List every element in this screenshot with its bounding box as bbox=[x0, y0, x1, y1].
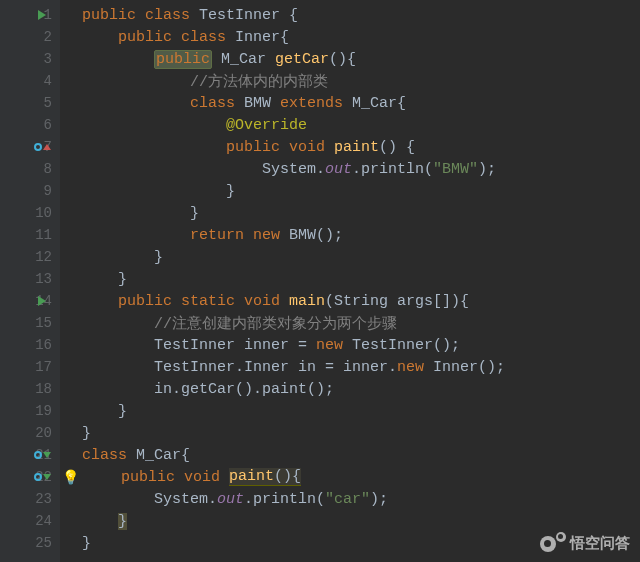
code-line[interactable]: System.out.println("car"); bbox=[64, 488, 640, 510]
code-line[interactable]: return new BMW(); bbox=[64, 224, 640, 246]
line-number: 9 bbox=[44, 183, 52, 199]
line-number: 12 bbox=[35, 249, 52, 265]
line-number: 24 bbox=[35, 513, 52, 529]
line-number: 8 bbox=[44, 161, 52, 177]
gutter-line: 25 bbox=[0, 532, 60, 554]
gutter-line: 13 bbox=[0, 268, 60, 290]
code-line[interactable]: //方法体内的内部类 bbox=[64, 70, 640, 92]
line-number: 6 bbox=[44, 117, 52, 133]
code-line[interactable]: } bbox=[64, 422, 640, 444]
gutter-line: 15 bbox=[0, 312, 60, 334]
code-line[interactable]: class M_Car{ bbox=[64, 444, 640, 466]
code-line[interactable]: class BMW extends M_Car{ bbox=[64, 92, 640, 114]
gutter-line: 3 bbox=[0, 48, 60, 70]
line-number: 23 bbox=[35, 491, 52, 507]
override-down-icon[interactable] bbox=[34, 451, 51, 459]
watermark: 悟空问答 bbox=[540, 532, 630, 554]
code-line[interactable]: } bbox=[64, 268, 640, 290]
run-icon[interactable] bbox=[38, 296, 46, 306]
code-line[interactable]: 💡 public void paint(){ bbox=[64, 466, 640, 488]
gutter-line: 21 bbox=[0, 444, 60, 466]
line-number: 15 bbox=[35, 315, 52, 331]
line-number: 13 bbox=[35, 271, 52, 287]
watermark-icon bbox=[540, 532, 566, 554]
line-number: 2 bbox=[44, 29, 52, 45]
gutter-line: 2 bbox=[0, 26, 60, 48]
code-line[interactable]: public void paint() { bbox=[64, 136, 640, 158]
gutter-line: 17 bbox=[0, 356, 60, 378]
gutter: 1234567891011121314151617181920212223242… bbox=[0, 0, 60, 562]
code-line[interactable]: } bbox=[64, 510, 640, 532]
gutter-line: 5 bbox=[0, 92, 60, 114]
line-number: 19 bbox=[35, 403, 52, 419]
line-number: 25 bbox=[35, 535, 52, 551]
line-number: 11 bbox=[35, 227, 52, 243]
line-number: 16 bbox=[35, 337, 52, 353]
line-number: 10 bbox=[35, 205, 52, 221]
line-number: 5 bbox=[44, 95, 52, 111]
line-number: 4 bbox=[44, 73, 52, 89]
line-number: 3 bbox=[44, 51, 52, 67]
line-number: 20 bbox=[35, 425, 52, 441]
gutter-line: 4 bbox=[0, 70, 60, 92]
intention-bulb-icon[interactable]: 💡 bbox=[62, 469, 79, 486]
gutter-line: 8 bbox=[0, 158, 60, 180]
code-line[interactable]: in.getCar().paint(); bbox=[64, 378, 640, 400]
gutter-line: 24 bbox=[0, 510, 60, 532]
gutter-line: 10 bbox=[0, 202, 60, 224]
gutter-line: 14 bbox=[0, 290, 60, 312]
line-number: 18 bbox=[35, 381, 52, 397]
gutter-line: 22 bbox=[0, 466, 60, 488]
code-line[interactable]: public static void main(String args[]){ bbox=[64, 290, 640, 312]
code-line[interactable]: } bbox=[64, 246, 640, 268]
code-line[interactable]: @Override bbox=[64, 114, 640, 136]
code-line[interactable]: } bbox=[64, 180, 640, 202]
code-line[interactable]: public M_Car getCar(){ bbox=[64, 48, 640, 70]
code-editor[interactable]: public class TestInner { public class In… bbox=[60, 0, 640, 562]
gutter-line: 6 bbox=[0, 114, 60, 136]
code-line[interactable]: System.out.println("BMW"); bbox=[64, 158, 640, 180]
gutter-line: 9 bbox=[0, 180, 60, 202]
gutter-line: 7 bbox=[0, 136, 60, 158]
gutter-line: 11 bbox=[0, 224, 60, 246]
override-down-icon[interactable] bbox=[34, 473, 51, 481]
code-line[interactable]: public class Inner{ bbox=[64, 26, 640, 48]
code-line[interactable]: TestInner inner = new TestInner(); bbox=[64, 334, 640, 356]
gutter-line: 12 bbox=[0, 246, 60, 268]
gutter-line: 18 bbox=[0, 378, 60, 400]
code-line[interactable]: } bbox=[64, 202, 640, 224]
gutter-line: 20 bbox=[0, 422, 60, 444]
code-line[interactable]: TestInner.Inner in = inner.new Inner(); bbox=[64, 356, 640, 378]
override-up-icon[interactable] bbox=[34, 143, 51, 151]
watermark-text: 悟空问答 bbox=[570, 534, 630, 553]
line-number: 17 bbox=[35, 359, 52, 375]
run-icon[interactable] bbox=[38, 10, 46, 20]
code-line[interactable]: } bbox=[64, 400, 640, 422]
gutter-line: 23 bbox=[0, 488, 60, 510]
code-line[interactable]: //注意创建内部类对象分为两个步骤 bbox=[64, 312, 640, 334]
gutter-line: 16 bbox=[0, 334, 60, 356]
gutter-line: 1 bbox=[0, 4, 60, 26]
gutter-line: 19 bbox=[0, 400, 60, 422]
code-line[interactable]: public class TestInner { bbox=[64, 4, 640, 26]
